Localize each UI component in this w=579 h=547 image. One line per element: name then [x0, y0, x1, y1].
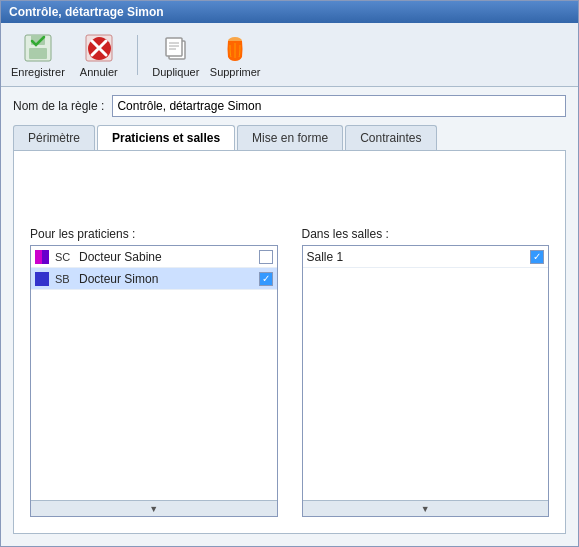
- praticiens-label: Pour les praticiens :: [30, 227, 278, 241]
- rule-name-row: Nom de la règle :: [1, 87, 578, 125]
- duplicate-button[interactable]: Dupliquer: [152, 32, 200, 78]
- item-name-sb: Docteur Simon: [79, 272, 259, 286]
- rule-name-label: Nom de la règle :: [13, 99, 104, 113]
- save-label: Enregistrer: [11, 66, 65, 78]
- praticiens-list-container: SC Docteur Sabine SB Docteur Simon ✓: [30, 245, 278, 517]
- title-bar: Contrôle, détartrage Simon: [1, 1, 578, 23]
- tab-contraintes[interactable]: Contraintes: [345, 125, 436, 150]
- toolbar-separator-1: [137, 35, 138, 75]
- rule-name-input[interactable]: [112, 95, 566, 117]
- tabs-row: Périmètre Praticiens et salles Mise en f…: [1, 125, 578, 150]
- duplicate-icon: [160, 32, 192, 64]
- duplicate-label: Dupliquer: [152, 66, 199, 78]
- cancel-label: Annuler: [80, 66, 118, 78]
- tab-perimetre[interactable]: Périmètre: [13, 125, 95, 150]
- cancel-icon: [83, 32, 115, 64]
- list-item[interactable]: SC Docteur Sabine: [31, 246, 277, 268]
- window-title: Contrôle, détartrage Simon: [9, 5, 164, 19]
- salles-label: Dans les salles :: [302, 227, 550, 241]
- save-button[interactable]: Enregistrer: [11, 32, 65, 78]
- svg-rect-2: [29, 48, 47, 59]
- svg-rect-5: [166, 38, 182, 56]
- delete-button[interactable]: Supprimer: [210, 32, 261, 78]
- item-name-sc: Docteur Sabine: [79, 250, 259, 264]
- item-name-salle1: Salle 1: [307, 250, 531, 264]
- tab-mise-en-forme[interactable]: Mise en forme: [237, 125, 343, 150]
- save-icon: [22, 32, 54, 64]
- praticiens-list: SC Docteur Sabine SB Docteur Simon ✓: [31, 246, 277, 500]
- toolbar: Enregistrer Annuler: [1, 23, 578, 87]
- salles-list-container: Salle 1 ✓ ▼: [302, 245, 550, 517]
- item-code-sc: SC: [55, 251, 79, 263]
- salles-list: Salle 1 ✓: [303, 246, 549, 500]
- tab-content: Pour les praticiens : SC Docteur Sabine: [13, 150, 566, 534]
- list-item[interactable]: Salle 1 ✓: [303, 246, 549, 268]
- delete-icon: [219, 32, 251, 64]
- item-checkbox-sb[interactable]: ✓: [259, 272, 273, 286]
- list-item[interactable]: SB Docteur Simon ✓: [31, 268, 277, 290]
- praticiens-scroll-down[interactable]: ▼: [31, 500, 277, 516]
- salles-scroll-down[interactable]: ▼: [303, 500, 549, 516]
- main-window: Contrôle, détartrage Simon Enregistrer: [0, 0, 579, 547]
- two-panels: Pour les praticiens : SC Docteur Sabine: [30, 227, 549, 517]
- cancel-button[interactable]: Annuler: [75, 32, 123, 78]
- item-color-sc: [35, 250, 49, 264]
- item-checkbox-sc[interactable]: [259, 250, 273, 264]
- item-checkbox-salle1[interactable]: ✓: [530, 250, 544, 264]
- salles-panel: Dans les salles : Salle 1 ✓ ▼: [302, 227, 550, 517]
- item-color-sb: [35, 272, 49, 286]
- delete-label: Supprimer: [210, 66, 261, 78]
- item-code-sb: SB: [55, 273, 79, 285]
- tab-praticiens[interactable]: Praticiens et salles: [97, 125, 235, 150]
- praticiens-panel: Pour les praticiens : SC Docteur Sabine: [30, 227, 278, 517]
